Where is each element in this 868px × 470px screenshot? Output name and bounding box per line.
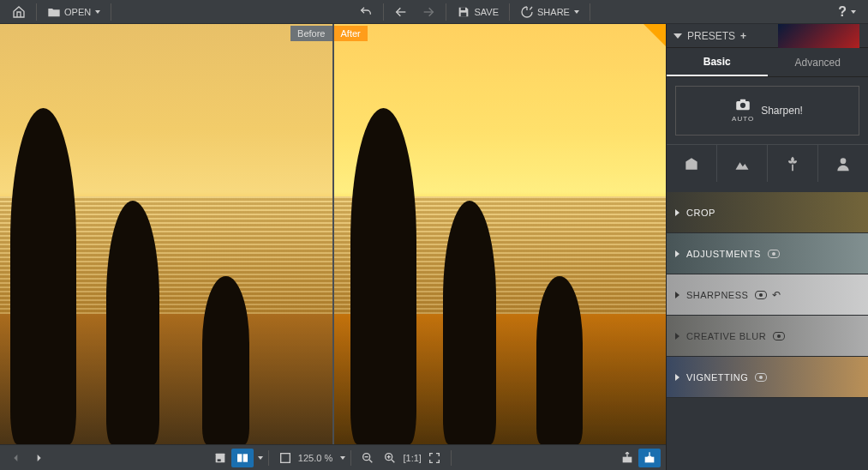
section-label: ADJUSTMENTS [686, 249, 761, 259]
chevron-right-icon [675, 333, 679, 340]
caret-down-icon [95, 10, 100, 14]
plus-icon[interactable]: + [740, 30, 746, 42]
category-portrait[interactable] [818, 145, 868, 182]
before-panel: Before [0, 24, 334, 444]
svg-rect-1 [461, 12, 467, 16]
compare-view-button[interactable] [231, 449, 254, 467]
after-panel: After [334, 24, 667, 444]
forward-button[interactable] [415, 0, 442, 24]
export-button[interactable] [616, 449, 638, 467]
undo-button[interactable] [352, 0, 380, 24]
section-creative-blur[interactable]: CREATIVE BLUR [667, 316, 868, 357]
canvas[interactable]: Before After [0, 24, 666, 444]
sidebar: PRESETS + Basic Advanced AUTO Sharpen! [666, 24, 868, 470]
bottom-toolbar: 125.0 % [1:1] [0, 444, 666, 470]
svg-point-12 [740, 103, 745, 108]
single-view-button[interactable] [209, 449, 231, 467]
eye-icon[interactable] [755, 373, 767, 382]
zoom-out-button[interactable] [356, 449, 379, 467]
svg-rect-5 [242, 454, 247, 461]
svg-rect-0 [461, 7, 465, 9]
caret-down-icon[interactable] [258, 456, 263, 460]
section-crop[interactable]: CROP [667, 192, 868, 233]
canvas-area: Before After [0, 24, 666, 470]
help-button[interactable]: ? [831, 0, 863, 24]
auto-label: AUTO [732, 115, 754, 123]
sections: CROP ADJUSTMENTS SHARPNESS↶ CREATIVE BLU… [667, 192, 868, 398]
svg-rect-13 [740, 99, 745, 102]
caret-down-icon [574, 10, 579, 14]
svg-rect-3 [217, 459, 220, 461]
corner-ribbon [644, 24, 666, 46]
import-button[interactable] [638, 449, 661, 467]
auto-sharpen-button[interactable]: AUTO Sharpen! [675, 86, 859, 136]
open-button[interactable]: OPEN [40, 0, 107, 24]
zoom-level-label: 125.0 % [296, 453, 336, 463]
separator [590, 3, 590, 21]
section-label: CREATIVE BLUR [686, 331, 766, 341]
section-adjustments[interactable]: ADJUSTMENTS [667, 233, 868, 274]
preset-thumbnail[interactable] [778, 24, 859, 48]
reset-icon[interactable]: ↶ [772, 289, 781, 301]
open-label: OPEN [64, 7, 91, 17]
eye-icon[interactable] [768, 250, 780, 258]
chevron-down-icon [673, 33, 682, 39]
eye-icon[interactable] [773, 332, 785, 340]
eye-icon[interactable] [755, 291, 767, 299]
chevron-right-icon [675, 292, 679, 298]
save-label: SAVE [474, 7, 499, 17]
chevron-right-icon [675, 374, 679, 381]
category-macro[interactable] [768, 145, 818, 182]
separator [446, 3, 446, 21]
nav-prev-button[interactable] [5, 449, 27, 467]
sharpen-label: Sharpen! [761, 105, 803, 117]
share-label: SHARE [537, 7, 570, 17]
section-vignetting[interactable]: VIGNETTING [667, 357, 868, 398]
section-sharpness[interactable]: SHARPNESS↶ [667, 274, 868, 316]
zoom-in-button[interactable] [379, 449, 401, 467]
category-architecture[interactable] [667, 145, 717, 182]
svg-rect-4 [237, 454, 242, 461]
before-tab[interactable]: Before [290, 26, 332, 41]
tab-basic[interactable]: Basic [667, 48, 768, 76]
fullscreen-button[interactable] [423, 449, 446, 467]
caret-down-icon[interactable] [340, 456, 345, 460]
sidebar-tabs: Basic Advanced [667, 48, 868, 77]
caret-down-icon [851, 10, 856, 14]
separator [509, 3, 510, 21]
after-tab[interactable]: After [334, 26, 368, 41]
svg-rect-6 [280, 453, 290, 462]
camera-icon [734, 99, 751, 111]
home-button[interactable] [5, 0, 33, 24]
save-button[interactable]: SAVE [450, 0, 506, 24]
section-label: CROP [686, 208, 715, 218]
section-label: VIGNETTING [686, 372, 748, 383]
nav-next-button[interactable] [27, 449, 50, 467]
actual-size-button[interactable]: [1:1] [401, 449, 423, 467]
section-label: SHARPNESS [686, 290, 748, 300]
presets-label: PRESETS [687, 30, 735, 42]
top-toolbar: OPEN SAVE SHARE ? [0, 0, 868, 24]
fit-to-screen-button[interactable] [274, 449, 296, 467]
chevron-right-icon [675, 250, 679, 257]
separator [111, 3, 111, 21]
category-row [667, 144, 868, 182]
share-button[interactable]: SHARE [513, 0, 586, 24]
separator [36, 3, 37, 21]
back-button[interactable] [387, 0, 415, 24]
tab-advanced[interactable]: Advanced [768, 48, 869, 76]
svg-point-14 [841, 158, 847, 164]
chevron-right-icon [675, 209, 679, 216]
presets-header[interactable]: PRESETS + [667, 24, 868, 48]
category-landscape[interactable] [717, 145, 768, 182]
separator [383, 3, 384, 21]
